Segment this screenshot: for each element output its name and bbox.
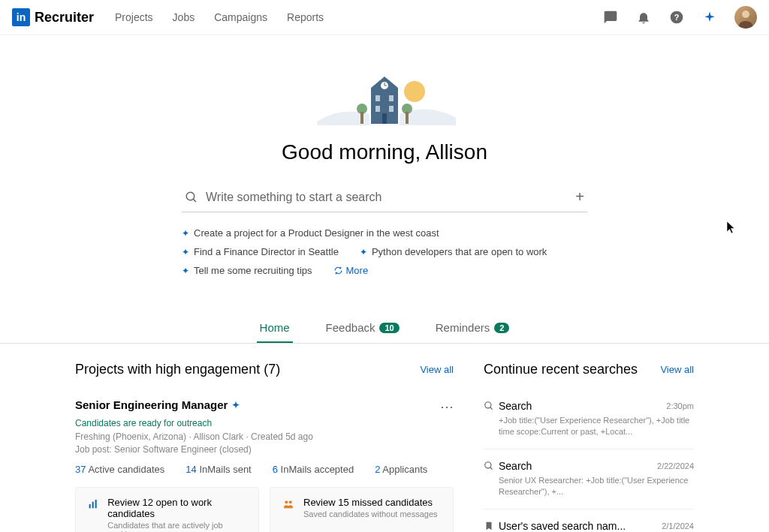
search-icon xyxy=(484,401,494,411)
refresh-icon xyxy=(333,266,343,275)
svg-rect-18 xyxy=(406,112,409,124)
svg-rect-14 xyxy=(382,113,387,124)
search-name-text: User's saved search nam... xyxy=(499,520,626,532)
action-missed[interactable]: Review 15 missed candidates Saved candid… xyxy=(270,487,454,532)
recent-view-all[interactable]: View all xyxy=(660,364,694,375)
nav-campaigns[interactable]: Campaigns xyxy=(214,11,267,23)
suggestion-3[interactable]: ✦Python developers that are open to work xyxy=(360,246,547,257)
hero-illustration xyxy=(309,65,460,133)
stat-label: Applicants xyxy=(382,464,427,475)
project-card: Senior Engineering Manager ✦ ⋯ Candidate… xyxy=(75,389,454,532)
reminders-badge: 2 xyxy=(494,323,509,333)
tab-reminders[interactable]: Reminders2 xyxy=(433,314,513,343)
search-box[interactable]: + xyxy=(182,182,587,212)
brand[interactable]: in Recruiter xyxy=(12,8,94,26)
greeting-heading: Good morning, Allison xyxy=(0,140,769,164)
svg-rect-22 xyxy=(92,502,94,509)
tab-label: Reminders xyxy=(436,321,490,334)
stat-label: InMails accepted xyxy=(281,464,354,475)
svg-point-24 xyxy=(285,500,288,503)
project-meta: Freshing (Phoenix, Arizona) · Allison Cl… xyxy=(75,431,454,442)
svg-point-3 xyxy=(404,81,425,102)
recent-search-item[interactable]: Search 2/22/2024 Senior UX Researcher: +… xyxy=(484,449,694,509)
search-add-icon[interactable]: + xyxy=(575,188,584,206)
svg-rect-12 xyxy=(375,106,380,112)
people-icon xyxy=(281,497,296,512)
stat-number: 2 xyxy=(375,464,380,475)
stat-number: 37 xyxy=(75,464,86,475)
svg-rect-21 xyxy=(89,504,91,508)
project-title[interactable]: Senior Engineering Manager ✦ xyxy=(75,398,240,411)
stat-number: 6 xyxy=(273,464,278,475)
search-time: 2/1/2024 xyxy=(662,521,694,530)
svg-text:?: ? xyxy=(674,13,680,22)
stat-inmails-accepted[interactable]: 6 InMails accepted xyxy=(273,464,354,475)
action-title: Review 15 missed candidates xyxy=(303,497,438,508)
svg-rect-10 xyxy=(375,95,380,101)
nav-projects[interactable]: Projects xyxy=(115,11,153,23)
action-open-to-work[interactable]: Review 12 open to work candidates Candid… xyxy=(75,487,259,532)
nav-reports[interactable]: Reports xyxy=(287,11,324,23)
tabs: Home Feedback10 Reminders2 xyxy=(0,314,769,344)
outreach-status: Candidates are ready for outreach xyxy=(75,418,454,428)
suggestion-1[interactable]: ✦Create a project for a Product Designer… xyxy=(182,227,439,239)
suggestion-text: Create a project for a Product Designer … xyxy=(194,227,439,239)
svg-point-28 xyxy=(485,462,491,468)
svg-rect-16 xyxy=(360,112,363,124)
suggestions-more[interactable]: More xyxy=(333,265,369,276)
hero-section: Good morning, Allison + ✦Create a projec… xyxy=(0,35,769,276)
stat-active[interactable]: 37 Active candidates xyxy=(75,464,164,475)
sparkle-icon: ✦ xyxy=(182,247,189,257)
suggestion-text: Tell me some recruiting tips xyxy=(194,265,312,276)
project-menu-icon[interactable]: ⋯ xyxy=(440,398,454,415)
recent-search-item[interactable]: User's saved search nam... 2/1/2024 +Job… xyxy=(484,509,694,532)
svg-rect-11 xyxy=(389,95,394,101)
stat-applicants[interactable]: 2 Applicants xyxy=(375,464,427,475)
svg-point-26 xyxy=(485,402,491,408)
suggestion-4[interactable]: ✦Tell me some recruiting tips xyxy=(182,265,312,276)
projects-view-all[interactable]: View all xyxy=(420,364,454,375)
main-content: Projects with high engagement (7) View a… xyxy=(0,344,769,532)
action-cards: Review 12 open to work candidates Candid… xyxy=(75,487,454,532)
sparkle-icon: ✦ xyxy=(182,228,189,239)
recent-title: Continue recent searches xyxy=(484,362,638,377)
recent-searches-column: Continue recent searches View all Search… xyxy=(484,362,694,532)
tab-home[interactable]: Home xyxy=(257,314,293,343)
project-jobpost: Job post: Senior Software Engineer (clos… xyxy=(75,444,454,455)
svg-point-2 xyxy=(742,11,749,18)
project-title-text: Senior Engineering Manager xyxy=(75,398,228,411)
tab-label: Feedback xyxy=(326,321,375,334)
nav-jobs[interactable]: Jobs xyxy=(173,11,195,23)
suggestion-text: Find a Finance Director in Seattle xyxy=(194,246,339,257)
search-time: 2/22/2024 xyxy=(657,461,694,470)
search-meta: Senior UX Researcher: +Job title:("User … xyxy=(499,475,694,498)
recent-search-item[interactable]: Search 2:30pm +Job title:("User Experien… xyxy=(484,389,694,449)
suggestion-2[interactable]: ✦Find a Finance Director in Seattle xyxy=(182,246,339,257)
sparkle-icon: ✦ xyxy=(360,247,367,257)
tab-feedback[interactable]: Feedback10 xyxy=(323,314,403,343)
bookmark-icon xyxy=(484,521,494,531)
help-icon[interactable]: ? xyxy=(668,9,685,26)
search-icon xyxy=(484,461,494,471)
projects-header: Projects with high engagement (7) View a… xyxy=(75,362,454,377)
tab-label: Home xyxy=(260,321,290,334)
search-time: 2:30pm xyxy=(666,401,694,410)
search-input[interactable] xyxy=(206,191,568,204)
action-subtitle: Saved candidates without messages xyxy=(303,509,438,518)
search-name: Search xyxy=(484,400,660,412)
more-label: More xyxy=(346,265,369,276)
sparkle-icon[interactable] xyxy=(701,9,718,26)
svg-point-19 xyxy=(186,192,195,200)
stat-inmails-sent[interactable]: 14 InMails sent xyxy=(185,464,251,475)
messages-icon[interactable] xyxy=(602,9,619,26)
stat-label: InMails sent xyxy=(199,464,251,475)
bar-chart-icon xyxy=(86,497,100,512)
sparkle-icon: ✦ xyxy=(232,400,240,410)
action-title: Review 12 open to work candidates xyxy=(107,497,248,519)
stat-label: Active candidates xyxy=(88,464,164,475)
notifications-icon[interactable] xyxy=(635,9,652,26)
user-avatar[interactable] xyxy=(734,6,757,29)
recent-header: Continue recent searches View all xyxy=(484,362,694,377)
linkedin-logo-icon: in xyxy=(12,8,30,26)
stat-number: 14 xyxy=(185,464,196,475)
